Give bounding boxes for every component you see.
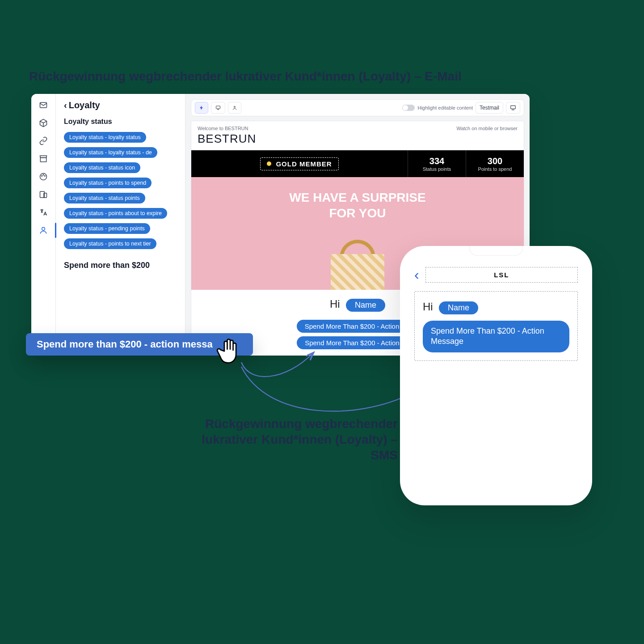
stat-status-points: 334Status points (408, 150, 466, 177)
svg-rect-10 (511, 106, 516, 109)
mail-icon[interactable] (38, 100, 48, 110)
name-token[interactable]: Name (346, 299, 385, 312)
chip[interactable]: Loyalty status - status icon (64, 162, 140, 173)
sidebar-title: Loyalty (69, 100, 100, 110)
chip[interactable]: Loyalty status - points to next tier (64, 238, 156, 249)
toolbar: Highlight editable content Testmail (191, 99, 524, 116)
chip[interactable]: Loyalty status - loyalty status (64, 132, 146, 143)
spend-section-header: Spend more than $200 (64, 261, 177, 270)
highlight-toggle[interactable] (402, 105, 415, 111)
shopping-bag-icon (322, 236, 393, 290)
contact-name: LSL (425, 267, 578, 283)
svg-point-4 (45, 176, 46, 177)
cube-icon[interactable] (38, 118, 48, 128)
section-header: Loyalty status (64, 118, 177, 126)
chip[interactable]: Loyalty status - pending points (64, 223, 150, 234)
stat-points-to-spend: 300Points to spend (466, 150, 524, 177)
bolt-button[interactable] (195, 102, 208, 114)
back-button[interactable]: ‹ (414, 267, 419, 283)
sms-name-token[interactable]: Name (439, 301, 478, 314)
chevron-left-icon: ‹ (64, 100, 67, 110)
svg-point-2 (42, 176, 42, 177)
svg-point-7 (42, 227, 45, 230)
chip[interactable]: Loyalty status - loyalty status - de (64, 147, 157, 158)
chip[interactable]: Loyalty status - points to spend (64, 178, 152, 188)
highlight-label: Highlight editable content (417, 105, 473, 110)
sms-action-token[interactable]: Spend More Than $200 - Action Message (423, 321, 569, 352)
hi-text: Hi (330, 298, 340, 310)
user-view-button[interactable] (228, 102, 241, 114)
title-email: Rückgewinnung wegbrechender lukrativer K… (29, 69, 462, 84)
svg-point-3 (43, 174, 44, 175)
nav-rail (31, 94, 56, 356)
export-button[interactable] (506, 102, 520, 114)
palette-icon[interactable] (38, 172, 48, 182)
chip[interactable]: Loyalty status - status points (64, 193, 145, 203)
sms-body: Hi Name Spend More Than $200 - Action Me… (414, 291, 578, 361)
preview-welcome: Welcome to BESTRUN (198, 126, 248, 131)
phone-mockup: ‹ LSL Hi Name Spend More Than $200 - Act… (400, 246, 592, 505)
sms-hi: Hi (423, 301, 433, 313)
svg-rect-8 (216, 106, 220, 109)
phone-notch (469, 246, 523, 256)
svg-point-9 (234, 106, 236, 108)
testmail-button[interactable]: Testmail (476, 102, 503, 114)
sidebar-panel: ‹ Loyalty Loyalty status Loyalty status … (56, 94, 185, 356)
member-badge: GOLD MEMBER (191, 150, 408, 177)
chip[interactable]: Loyalty status - points about to expire (64, 208, 167, 219)
translate-icon[interactable] (38, 208, 48, 217)
devices-icon[interactable] (38, 190, 48, 199)
person-icon[interactable] (38, 225, 48, 235)
link-icon[interactable] (38, 136, 48, 146)
cursor-hand-icon (215, 335, 246, 366)
sidebar-back[interactable]: ‹ Loyalty (64, 100, 177, 110)
store-icon[interactable] (38, 154, 48, 164)
desktop-view-button[interactable] (211, 102, 225, 114)
title-sms: Rückgewinnung wegbrechender lukrativer K… (174, 416, 398, 463)
preview-watch-link[interactable]: Watch on mobile or browser (456, 126, 518, 131)
brand-name: BESTRUN (191, 131, 524, 150)
